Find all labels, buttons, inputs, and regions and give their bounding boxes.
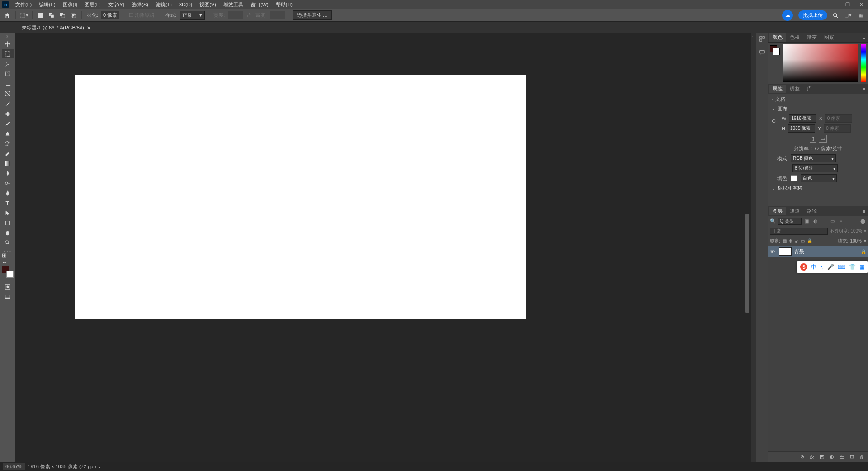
menu-3d[interactable]: 3D(D) — [175, 1, 196, 8]
ime-mode[interactable]: 中 — [811, 263, 816, 271]
screenmode-tool[interactable] — [2, 292, 14, 301]
ime-punct-icon[interactable]: •, — [820, 264, 824, 270]
docinfo-more-icon[interactable]: › — [99, 464, 100, 469]
pen-tool[interactable] — [2, 189, 14, 198]
new-layer-icon[interactable]: ⊞ — [848, 453, 855, 461]
home-button[interactable] — [3, 11, 12, 20]
filter-shape-icon[interactable]: ▭ — [829, 218, 836, 224]
tab-layers[interactable]: 图层 — [769, 207, 786, 215]
eraser-tool[interactable] — [2, 149, 14, 158]
cloud-icon[interactable]: ☁ — [782, 10, 793, 21]
move-tool[interactable] — [2, 39, 14, 48]
lock-pixels-icon[interactable]: ▦ — [783, 238, 787, 243]
orient-landscape-icon[interactable]: ▭ — [819, 135, 827, 143]
width-field[interactable] — [789, 114, 816, 123]
selection-add[interactable] — [47, 11, 56, 20]
selection-subtract[interactable] — [58, 11, 67, 20]
zoom-level[interactable]: 66.67% — [3, 463, 25, 470]
color-field[interactable] — [783, 44, 858, 82]
opacity-value[interactable]: 100% — [850, 228, 862, 233]
layer-row[interactable]: 👁 背景 🔒 — [768, 246, 868, 257]
height-field[interactable] — [788, 124, 815, 133]
link-wh-icon[interactable]: ⊖ — [772, 118, 776, 124]
fill-value[interactable]: 100% — [850, 238, 862, 243]
adjustment-icon[interactable]: ◐ — [828, 453, 835, 461]
fill-swatch[interactable] — [791, 175, 797, 181]
filter-kind-select[interactable]: Q 类型 — [778, 218, 802, 225]
menu-view[interactable]: 视图(V) — [196, 1, 220, 9]
select-and-mask-button[interactable]: 选择并遮住 ... — [293, 10, 331, 20]
menu-select[interactable]: 选择(S) — [128, 1, 152, 9]
tab-patterns[interactable]: 图案 — [821, 33, 838, 42]
tab-gradients[interactable]: 渐变 — [803, 33, 821, 42]
brush-tool[interactable] — [2, 119, 14, 128]
blur-tool[interactable] — [2, 169, 14, 178]
tab-channels[interactable]: 通道 — [786, 207, 803, 215]
menu-file[interactable]: 文件(F) — [12, 1, 35, 9]
color-swatch[interactable] — [2, 266, 14, 278]
healing-brush-tool[interactable] — [2, 109, 14, 118]
background-color[interactable] — [6, 271, 14, 278]
lock-artboard-icon[interactable]: ▭ — [801, 238, 805, 243]
hand-tool[interactable] — [2, 228, 14, 238]
filter-adjust-icon[interactable]: ◐ — [812, 218, 819, 224]
style-select[interactable]: 正常▾ — [180, 11, 205, 20]
document-tab[interactable]: 未标题-1 @ 66.7%(RGB/8#) ✕ — [17, 23, 95, 33]
menu-layer[interactable]: 图层(L) — [81, 1, 104, 9]
zoom-tool[interactable] — [2, 238, 14, 247]
blend-mode-select[interactable]: 正常 — [770, 228, 828, 235]
selection-new[interactable] — [36, 11, 45, 20]
marquee-tool-indicator[interactable]: ▾ — [19, 11, 28, 20]
ruler-section[interactable]: 标尺和网格 — [768, 183, 868, 193]
selection-intersect[interactable] — [69, 11, 78, 20]
clone-stamp-tool[interactable] — [2, 129, 14, 138]
document-info[interactable]: 1916 像素 x 1035 像素 (72 ppi) — [28, 463, 96, 470]
tab-adjustments[interactable]: 调整 — [786, 85, 803, 93]
group-icon[interactable]: 🗀 — [838, 453, 845, 461]
history-icon[interactable] — [758, 34, 767, 43]
filter-pixel-icon[interactable]: ▣ — [803, 218, 810, 224]
vertical-scrollbar[interactable] — [744, 33, 750, 454]
panel-color-swatches[interactable] — [770, 45, 780, 55]
visibility-toggle[interactable]: 👁 — [770, 249, 776, 254]
type-tool[interactable]: T — [2, 199, 14, 208]
document-canvas[interactable] — [75, 75, 526, 319]
sogou-logo-icon[interactable]: S — [800, 263, 807, 271]
canvas-section[interactable]: 画布 — [768, 104, 868, 114]
tab-properties[interactable]: 属性 — [769, 85, 786, 93]
lock-all-icon[interactable]: 🔒 — [807, 238, 812, 243]
lock-position-icon[interactable]: ✚ — [789, 238, 792, 243]
ime-toolbox-icon[interactable]: ▦ — [859, 264, 864, 270]
hue-slider[interactable] — [861, 44, 866, 82]
menu-plugins[interactable]: 增效工具 — [220, 1, 247, 9]
eyedropper-tool[interactable] — [2, 99, 14, 108]
menu-help[interactable]: 帮助(H) — [272, 1, 296, 9]
fill-select[interactable]: 白色▾ — [801, 174, 837, 182]
tab-libraries[interactable]: 库 — [803, 85, 816, 93]
window-maximize[interactable]: ❐ — [841, 0, 854, 9]
comment-icon[interactable] — [758, 48, 767, 57]
tab-paths[interactable]: 路径 — [803, 207, 821, 215]
delete-layer-icon[interactable]: 🗑 — [858, 453, 865, 461]
search-icon[interactable] — [831, 11, 840, 20]
dodge-tool[interactable] — [2, 179, 14, 188]
ime-skin-icon[interactable]: 👕 — [849, 264, 856, 270]
lock-image-icon[interactable]: ↙ — [795, 238, 798, 243]
link-layers-icon[interactable]: ⊘ — [798, 453, 806, 461]
panel-menu-icon[interactable]: ≡ — [861, 209, 867, 214]
mask-icon[interactable]: ◩ — [818, 453, 825, 461]
filter-smart-icon[interactable]: ▫ — [838, 218, 844, 224]
filter-type-icon[interactable]: T — [821, 218, 827, 224]
feather-input[interactable] — [101, 11, 119, 19]
magic-wand-tool[interactable] — [2, 69, 14, 78]
marquee-tool[interactable] — [2, 49, 14, 58]
screenmode-icon[interactable]: ▢▾ — [844, 11, 853, 20]
shape-tool[interactable] — [2, 219, 14, 228]
tab-color[interactable]: 颜色 — [769, 33, 786, 42]
filter-toggle[interactable]: ⬤ — [859, 218, 866, 224]
bits-select[interactable]: 8 位/通道▾ — [792, 164, 838, 172]
ime-mic-icon[interactable]: 🎤 — [827, 264, 834, 270]
workspace-switcher-icon[interactable]: ▦ — [856, 11, 865, 20]
menu-image[interactable]: 图像(I) — [59, 1, 81, 9]
panel-menu-icon[interactable]: ≡ — [861, 35, 867, 40]
